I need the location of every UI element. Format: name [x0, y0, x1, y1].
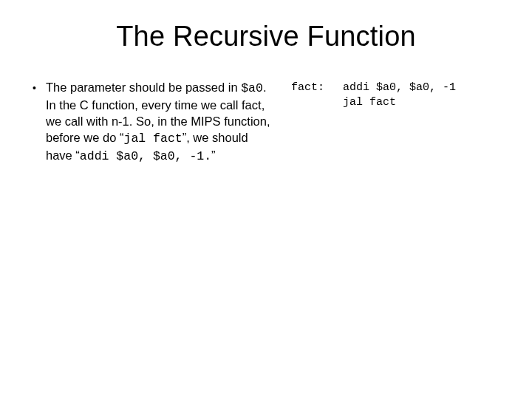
slide-title: The Recursive Function: [30, 21, 502, 52]
bullet-column: • The parameter should be passed in $a0.…: [30, 79, 273, 165]
bullet-marker: •: [33, 79, 46, 96]
code-column: fact: addi $a0, $a0, -1 jal fact: [291, 79, 502, 165]
bullet-code2: jal fact: [123, 132, 182, 146]
bullet-code1: $a0: [241, 81, 263, 95]
code-body: addi $a0, $a0, -1 jal fact: [343, 81, 456, 165]
bullet-text: The parameter should be passed in $a0. I…: [46, 79, 273, 165]
bullet-seg4: ”: [211, 149, 216, 162]
code-line-1: addi $a0, $a0, -1: [343, 81, 456, 94]
bullet-code3: addi $a0, $a0, -1.: [80, 149, 211, 163]
slide: The Recursive Function • The parameter s…: [0, 0, 532, 399]
bullet-item: • The parameter should be passed in $a0.…: [33, 79, 273, 165]
code-line-2: jal fact: [343, 96, 396, 109]
bullet-seg1: The parameter should be passed in: [46, 81, 241, 94]
content-area: • The parameter should be passed in $a0.…: [30, 79, 502, 165]
code-label: fact:: [291, 81, 343, 165]
